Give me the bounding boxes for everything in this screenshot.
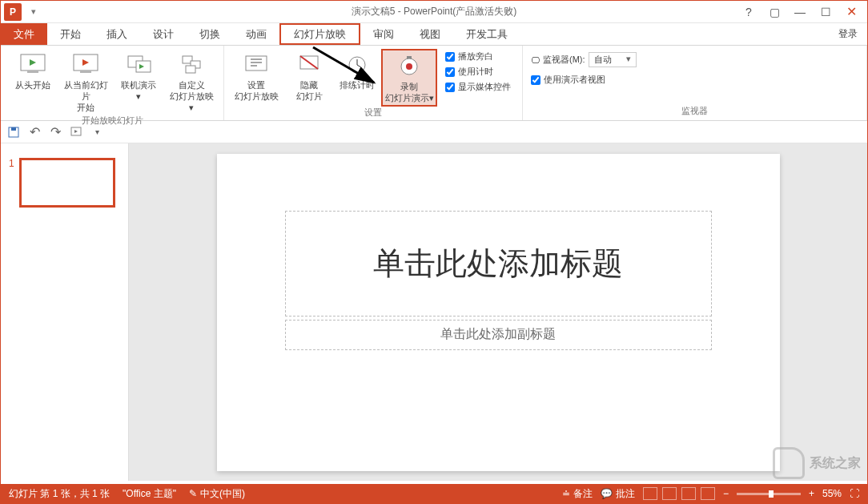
spellcheck-icon: ✎ <box>189 488 197 499</box>
slide-canvas[interactable]: 单击此处添加标题 单击此处添加副标题 <box>217 154 780 471</box>
tab-design[interactable]: 设计 <box>140 23 187 45</box>
window-controls: ? ▢ — ☐ ✕ <box>737 4 867 20</box>
svg-point-19 <box>406 63 412 70</box>
clock-icon <box>344 50 371 78</box>
group-label: 开始放映幻灯片 <box>82 115 143 128</box>
comment-icon: 💬 <box>601 488 613 499</box>
thumbnail-panel: 1 <box>1 143 129 481</box>
playback-options: 播放旁白 使用计时 显示媒体控件 <box>442 49 514 95</box>
monitor-selector: 🖵 监视器(M): 自动 <box>531 52 637 67</box>
sorter-view-button[interactable] <box>662 487 677 500</box>
ribbon-tabs: 文件 开始 插入 设计 切换 动画 幻灯片放映 审阅 视图 开发工具 登录 <box>1 23 867 46</box>
login-link[interactable]: 登录 <box>838 23 858 45</box>
custom-show-icon <box>178 50 205 78</box>
comments-button[interactable]: 💬批注 <box>601 487 635 501</box>
undo-button[interactable]: ↶ <box>28 126 41 139</box>
svg-rect-24 <box>11 127 16 131</box>
window-title: 演示文稿5 - PowerPoint(产品激活失败) <box>352 5 517 18</box>
titlebar: P ▾ 演示文稿5 - PowerPoint(产品激活失败) ? ▢ — ☐ ✕ <box>1 1 867 23</box>
group-label: 监视器 <box>681 105 708 119</box>
tab-view[interactable]: 视图 <box>407 23 453 45</box>
rehearse-timings-button[interactable]: 排练计时 <box>338 49 376 92</box>
minimize-button[interactable]: — <box>789 4 811 20</box>
help-button[interactable]: ? <box>737 4 760 20</box>
group-label: 设置 <box>364 107 382 120</box>
tab-insert[interactable]: 插入 <box>94 23 140 45</box>
zoom-out-button[interactable]: − <box>723 488 729 499</box>
watermark-text: 系统之家 <box>810 455 861 472</box>
from-beginning-button[interactable]: 从头开始 <box>9 49 57 92</box>
ribbon-options-button[interactable]: ▢ <box>763 4 786 20</box>
checkbox-icon[interactable] <box>445 52 455 62</box>
reading-view-button[interactable] <box>681 487 696 500</box>
notes-button[interactable]: ≐备注 <box>562 487 593 501</box>
thumbnail[interactable] <box>19 158 115 208</box>
tab-review[interactable]: 审阅 <box>360 23 407 45</box>
statusbar: 幻灯片 第 1 张，共 1 张 "Office 主题" ✎ 中文(中国) ≐备注… <box>1 484 867 503</box>
checkbox-icon[interactable] <box>445 67 455 77</box>
group-start-slideshow: 从头开始 从当前幻灯片 开始 联机演示▾ 自定义 幻灯片放映▾ <box>1 46 224 120</box>
group-monitors: 🖵 监视器(M): 自动 使用演示者视图 监视器 <box>523 46 867 120</box>
tab-animations[interactable]: 动画 <box>233 23 279 45</box>
fit-to-window-button[interactable]: ⛶ <box>850 488 859 499</box>
record-slideshow-button[interactable]: 录制 幻灯片演示▾ <box>381 49 437 107</box>
svg-rect-12 <box>246 56 267 71</box>
checkbox-icon[interactable] <box>445 83 455 92</box>
show-media-controls-checkbox[interactable]: 显示媒体控件 <box>445 81 511 93</box>
svg-rect-5 <box>80 71 91 73</box>
slide-editor: 单击此处添加标题 单击此处添加副标题 <box>129 143 867 481</box>
monitor-dropdown[interactable]: 自动 <box>589 52 637 67</box>
tab-developer[interactable]: 开发工具 <box>453 23 520 45</box>
custom-slideshow-button[interactable]: 自定义 幻灯片放映▾ <box>167 49 215 115</box>
monitor-icon: 🖵 <box>531 55 540 65</box>
ribbon: 从头开始 从当前幻灯片 开始 联机演示▾ 自定义 幻灯片放映▾ <box>1 46 867 121</box>
tab-file[interactable]: 文件 <box>1 23 47 45</box>
title-placeholder[interactable]: 单击此处添加标题 <box>285 211 712 317</box>
play-from-current-icon <box>72 50 99 78</box>
svg-rect-20 <box>407 56 412 58</box>
thumbnail-number: 1 <box>9 158 14 208</box>
language-indicator[interactable]: ✎ 中文(中国) <box>189 487 245 501</box>
view-buttons <box>643 487 715 500</box>
use-timings-checkbox[interactable]: 使用计时 <box>445 66 511 78</box>
presenter-view-checkbox[interactable]: 使用演示者视图 <box>531 74 605 86</box>
play-narrations-checkbox[interactable]: 播放旁白 <box>445 50 511 62</box>
workspace: 1 单击此处添加标题 单击此处添加副标题 <box>1 143 867 481</box>
from-current-button[interactable]: 从当前幻灯片 开始 <box>62 49 110 115</box>
close-button[interactable]: ✕ <box>840 4 862 20</box>
app-icon: P <box>4 3 22 21</box>
svg-marker-26 <box>74 130 78 133</box>
save-button[interactable] <box>7 126 20 139</box>
zoom-level[interactable]: 55% <box>822 488 842 499</box>
setup-slideshow-button[interactable]: 设置 幻灯片放映 <box>232 49 280 103</box>
tab-transitions[interactable]: 切换 <box>187 23 233 45</box>
group-setup: 设置 幻灯片放映 隐藏 幻灯片 排练计时 录制 幻灯片演示▾ <box>224 46 523 120</box>
svg-rect-11 <box>186 66 195 73</box>
slideshow-view-button[interactable] <box>701 487 715 500</box>
zoom-slider[interactable] <box>737 493 801 495</box>
qat-dropdown-icon[interactable]: ▾ <box>28 6 39 18</box>
watermark-logo-icon <box>773 447 805 479</box>
monitor-label: 监视器(M): <box>543 54 585 66</box>
theme-name: "Office 主题" <box>123 487 176 501</box>
quick-access-toolbar: ▾ <box>28 6 39 18</box>
svg-rect-2 <box>27 71 38 73</box>
tab-home[interactable]: 开始 <box>47 23 94 45</box>
hide-slide-button[interactable]: 隐藏 幻灯片 <box>285 49 333 103</box>
record-icon <box>396 52 423 79</box>
zoom-in-button[interactable]: + <box>809 488 814 499</box>
present-online-button[interactable]: 联机演示▾ <box>115 49 163 103</box>
checkbox-icon[interactable] <box>531 75 540 85</box>
notes-icon: ≐ <box>562 488 570 499</box>
maximize-button[interactable]: ☐ <box>814 4 837 20</box>
hide-slide-icon <box>295 50 323 78</box>
normal-view-button[interactable] <box>643 487 657 500</box>
present-online-icon <box>125 50 152 78</box>
thumbnail-item[interactable]: 1 <box>9 158 120 208</box>
slide-count: 幻灯片 第 1 张，共 1 张 <box>9 487 110 501</box>
watermark: 系统之家 <box>773 447 861 479</box>
tab-slideshow[interactable]: 幻灯片放映 <box>279 23 360 45</box>
play-from-start-icon <box>19 50 46 78</box>
redo-button[interactable]: ↷ <box>49 126 62 139</box>
subtitle-placeholder[interactable]: 单击此处添加副标题 <box>285 320 712 350</box>
